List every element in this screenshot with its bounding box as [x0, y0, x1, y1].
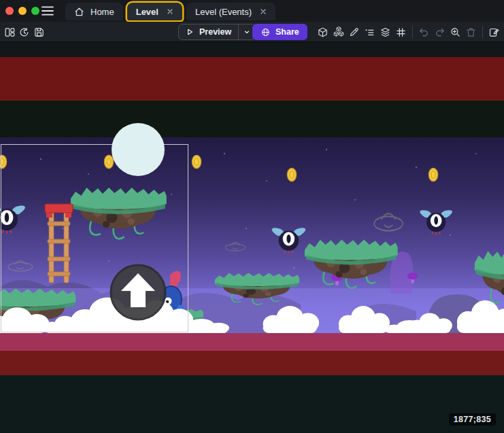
zoom-button[interactable] [448, 24, 463, 40]
toolbar-separator [482, 26, 483, 38]
toggle-3d-button[interactable] [315, 24, 331, 40]
home-icon [74, 7, 84, 17]
pencil-icon [348, 27, 360, 38]
edit-scene-icon [488, 27, 500, 38]
globe-icon [261, 27, 271, 37]
instances-list-icon [364, 27, 375, 38]
close-tab-button[interactable] [167, 8, 173, 15]
cursor-coordinates: 1877;835 [449, 413, 496, 426]
cube-3d-icon [317, 27, 329, 38]
undo-button[interactable] [416, 24, 432, 40]
game-scene[interactable] [0, 57, 504, 375]
moon[interactable] [112, 123, 165, 176]
up-arrow-button[interactable] [111, 265, 165, 319]
tab-home[interactable]: Home [65, 3, 123, 20]
save-button[interactable] [31, 24, 47, 40]
edit-object-button[interactable] [346, 24, 362, 40]
preview-label: Preview [199, 27, 231, 37]
window-controls [5, 7, 39, 15]
layers-icon [380, 27, 391, 38]
grid-icon [395, 27, 407, 38]
save-icon [33, 27, 45, 38]
canvas-background [0, 42, 504, 57]
main-menu-button[interactable] [39, 5, 56, 17]
close-icon [260, 8, 267, 15]
instances-list-button[interactable] [362, 24, 377, 40]
titlebar: Home Level Level (Events) [0, 0, 504, 22]
scene-properties-button[interactable] [486, 24, 502, 40]
toolbar-separator [412, 26, 413, 38]
toggle-grid-button[interactable] [393, 24, 409, 40]
coin [288, 169, 297, 181]
dark-band [0, 101, 504, 137]
trash-icon [465, 27, 477, 38]
coin [429, 169, 438, 181]
delete-button[interactable] [463, 24, 479, 40]
layers-panel-button[interactable] [377, 24, 393, 40]
close-window-button[interactable] [5, 7, 14, 15]
top-red-band[interactable] [0, 57, 504, 101]
tab-home-label: Home [90, 7, 114, 17]
preview-button[interactable]: Preview [178, 24, 256, 40]
share-button[interactable]: Share [252, 24, 307, 40]
preview-main[interactable]: Preview [179, 24, 238, 39]
gdevelop-window: Home Level Level (Events) [0, 0, 504, 433]
tab-level-events-label: Level (Events) [195, 7, 252, 17]
coin [192, 156, 201, 169]
minimize-window-button[interactable] [18, 7, 27, 15]
objects-panel-button[interactable] [331, 24, 346, 40]
history-icon [18, 27, 30, 38]
zoom-in-icon [450, 27, 461, 38]
toolbar: Preview Share [0, 22, 504, 42]
panels-icon [4, 27, 16, 38]
redo-button[interactable] [432, 24, 448, 40]
chevron-down-icon [243, 28, 251, 36]
editor-toolbar-icons [315, 24, 502, 40]
tab-level-label: Level [136, 7, 158, 17]
coin [105, 156, 114, 169]
redo-icon [434, 27, 446, 38]
tab-level-events[interactable]: Level (Events) [186, 3, 275, 20]
ground-pink-band[interactable] [0, 333, 504, 351]
objects-group-icon [333, 26, 345, 38]
close-tab-button[interactable] [260, 8, 267, 15]
history-button[interactable] [16, 24, 32, 40]
zoom-window-button[interactable] [31, 7, 39, 15]
undo-icon [418, 27, 430, 38]
scene-editor-canvas[interactable]: 1877;835 [0, 42, 504, 433]
hamburger-icon [41, 5, 54, 16]
play-icon [185, 27, 195, 37]
close-icon [167, 8, 173, 15]
ground-dark-red-band[interactable] [0, 351, 504, 375]
share-label: Share [275, 27, 299, 37]
tab-level[interactable]: Level [127, 3, 182, 20]
tab-bar: Home Level Level (Events) [65, 3, 275, 22]
